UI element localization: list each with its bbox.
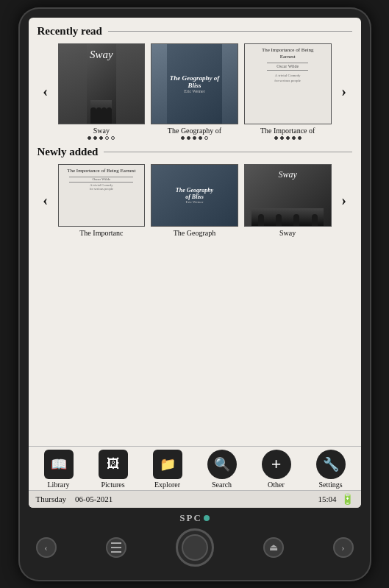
newly-cover-earnest: The Importance of Being Earnest Oscar Wi… (58, 164, 146, 227)
newly-right-arrow[interactable]: › (336, 192, 352, 209)
dot (204, 136, 208, 140)
toolbar-search[interactable]: 🔍 Search (204, 450, 240, 489)
recently-read-header: Recently read (38, 25, 352, 38)
newly-title-sway: Sway (279, 229, 296, 237)
newly-earnest-desc: A trivial Comedyfor serious people (90, 183, 113, 192)
newly-added-title: Newly added (38, 146, 99, 158)
sway-cover-art: Sway (87, 44, 116, 124)
status-date-group: Thursday 06-05-2021 (36, 495, 113, 503)
np2 (276, 214, 282, 226)
hw-power-btn[interactable]: ⏏ (263, 537, 284, 558)
book-title-bliss: The Geography of (168, 127, 221, 135)
earnest-cover-art: The Importance of BeingEarnest Oscar Wil… (259, 44, 317, 124)
hw-left-btn[interactable]: ‹ (36, 537, 57, 558)
earnest-author: Oscar Wilde (276, 64, 299, 68)
hw-controls: ‹ ⏏ › (29, 527, 361, 571)
explorer-icon: 📁 (153, 450, 182, 479)
newly-book-earnest[interactable]: The Importance of Being Earnest Oscar Wi… (58, 164, 146, 237)
dot (193, 136, 196, 140)
brand-dot (204, 515, 210, 521)
bliss-cover-title: The Geography ofBliss (170, 74, 220, 89)
status-date: 06-05-2021 (75, 495, 113, 503)
sway-band-silhouette (90, 100, 112, 124)
book-title-earnest: The Importance of (260, 127, 315, 135)
status-bar: Thursday 06-05-2021 15:04 🔋 (29, 490, 361, 508)
person-2 (96, 107, 101, 124)
toolbar-other[interactable]: + Other (258, 450, 295, 489)
book-item-earnest[interactable]: The Importance of BeingEarnest Oscar Wil… (244, 43, 332, 140)
book-item-sway[interactable]: Sway Sway (58, 43, 146, 140)
dot (286, 136, 290, 140)
brand-name: SPC (179, 512, 202, 524)
newly-bliss-subtitle: Eric Weiner (186, 200, 204, 204)
menu-line-2 (111, 547, 121, 548)
earnest-dots (274, 136, 301, 140)
status-right-group: 15:04 🔋 (318, 493, 353, 506)
hw-menu-btn[interactable] (106, 537, 126, 558)
recently-read-books-row: ‹ Sway (38, 43, 352, 140)
newly-bliss-art: The Geographyof Bliss Eric Weiner (151, 165, 238, 226)
dot (298, 136, 301, 140)
status-day: Thursday (36, 495, 67, 503)
el1 (69, 177, 133, 177)
other-icon: + (262, 450, 291, 479)
recently-read-line (108, 31, 352, 32)
toolbar-library[interactable]: 📖 Library (40, 450, 77, 489)
newly-book-bliss[interactable]: The Geographyof Bliss Eric Weiner The Ge… (151, 164, 238, 237)
toolbar-settings[interactable]: 🔧 Settings (313, 450, 349, 489)
settings-label: Settings (318, 481, 342, 489)
recently-left-arrow[interactable]: ‹ (38, 83, 54, 100)
device: Recently read ‹ Sway (18, 7, 371, 581)
bliss-cover-art: The Geography ofBliss Eric Weiner (167, 44, 223, 124)
person-3 (101, 107, 107, 124)
bliss-cover-subtitle: Eric Weiner (184, 89, 205, 93)
newly-sway-band (251, 208, 324, 226)
newly-earnest-art: The Importance of Being Earnest Oscar Wi… (59, 165, 145, 226)
dot (88, 136, 91, 140)
hw-center-btn[interactable] (176, 528, 214, 567)
dot (93, 136, 97, 140)
library-label: Library (48, 481, 70, 489)
newly-books-row: ‹ The Importance of Being Earnest Oscar … (38, 164, 352, 237)
recently-books-container: Sway Sway (58, 43, 332, 140)
book-cover-earnest: The Importance of BeingEarnest Oscar Wil… (244, 43, 332, 124)
menu-line-3 (111, 551, 121, 553)
el2 (69, 182, 133, 183)
battery-icon: 🔋 (341, 493, 354, 506)
np4 (312, 214, 318, 226)
recently-right-arrow[interactable]: › (336, 83, 352, 100)
newly-added-header: Newly added (38, 146, 352, 158)
newly-title-bliss: The Geograph (174, 229, 215, 237)
newly-title-earnest: The Importanc (79, 229, 123, 237)
hw-right-btn[interactable]: › (333, 537, 354, 558)
recently-read-title: Recently read (38, 25, 102, 38)
earnest-desc: A trivial Comedyfor serious people (274, 73, 301, 83)
book-item-bliss[interactable]: The Geography ofBliss Eric Weiner The Ge… (151, 43, 238, 140)
other-label: Other (268, 481, 285, 489)
screen: Recently read ‹ Sway (29, 18, 361, 508)
search-label: Search (212, 481, 232, 489)
toolbar: 📖 Library 🖼 Pictures 📁 Explorer 🔍 Search… (29, 446, 361, 490)
toolbar-pictures[interactable]: 🖼 Pictures (95, 450, 132, 489)
dot (105, 136, 109, 140)
newly-earnest-author: Oscar Wilde (92, 177, 110, 181)
np1 (258, 214, 264, 226)
book-cover-bliss: The Geography ofBliss Eric Weiner (151, 43, 238, 124)
newly-cover-sway: Sway (244, 164, 332, 227)
dot (99, 136, 103, 140)
book-title-sway: Sway (93, 127, 110, 135)
brand-area: SPC (179, 512, 210, 524)
pictures-label: Pictures (101, 481, 124, 489)
library-icon: 📖 (44, 450, 74, 479)
newly-book-sway[interactable]: Sway Sway (244, 164, 332, 237)
earnest-cover-title: The Importance of BeingEarnest (262, 47, 314, 60)
dot (274, 136, 278, 140)
explorer-label: Explorer (154, 481, 180, 489)
dot (187, 136, 190, 140)
menu-line-1 (111, 542, 121, 544)
person-1 (90, 107, 96, 124)
settings-icon: 🔧 (316, 450, 346, 479)
newly-left-arrow[interactable]: ‹ (38, 192, 54, 209)
dot (292, 136, 296, 140)
toolbar-explorer[interactable]: 📁 Explorer (149, 450, 186, 489)
